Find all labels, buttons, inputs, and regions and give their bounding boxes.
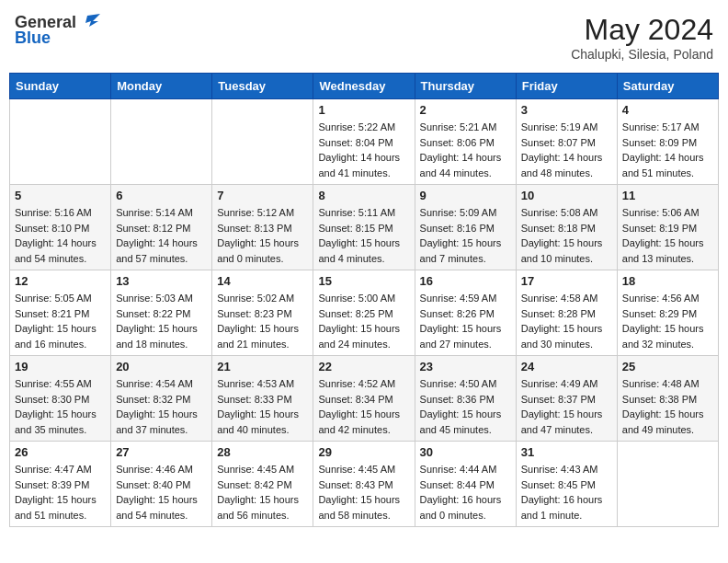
day-info: Sunrise: 4:49 AM Sunset: 8:37 PM Dayligh…: [521, 376, 612, 437]
calendar-cell: [617, 442, 718, 527]
calendar-cell: 4Sunrise: 5:17 AM Sunset: 8:09 PM Daylig…: [617, 99, 718, 185]
day-info: Sunrise: 5:06 AM Sunset: 8:19 PM Dayligh…: [622, 205, 713, 266]
day-number: 25: [622, 360, 713, 373]
calendar-cell: 27Sunrise: 4:46 AM Sunset: 8:40 PM Dayli…: [111, 442, 212, 527]
day-number: 28: [217, 445, 308, 459]
weekday-header-tuesday: Tuesday: [212, 74, 313, 99]
day-number: 27: [116, 445, 207, 459]
day-number: 14: [217, 274, 308, 288]
day-number: 24: [521, 360, 612, 373]
weekday-header-sunday: Sunday: [10, 74, 111, 99]
calendar-cell: 13Sunrise: 5:03 AM Sunset: 8:22 PM Dayli…: [111, 270, 212, 356]
day-info: Sunrise: 4:59 AM Sunset: 8:26 PM Dayligh…: [420, 291, 511, 351]
weekday-header-friday: Friday: [516, 74, 617, 99]
day-number: 26: [15, 445, 106, 459]
calendar-cell: 12Sunrise: 5:05 AM Sunset: 8:21 PM Dayli…: [10, 270, 111, 356]
calendar-cell: 3Sunrise: 5:19 AM Sunset: 8:07 PM Daylig…: [516, 99, 617, 185]
day-info: Sunrise: 5:11 AM Sunset: 8:15 PM Dayligh…: [318, 205, 409, 266]
day-info: Sunrise: 5:21 AM Sunset: 8:06 PM Dayligh…: [420, 120, 511, 180]
calendar-cell: 18Sunrise: 4:56 AM Sunset: 8:29 PM Dayli…: [617, 270, 718, 356]
day-number: 18: [622, 274, 713, 288]
calendar-cell: 29Sunrise: 4:45 AM Sunset: 8:43 PM Dayli…: [313, 442, 415, 527]
calendar-cell: 11Sunrise: 5:06 AM Sunset: 8:19 PM Dayli…: [617, 185, 718, 270]
day-number: 23: [420, 360, 511, 373]
day-number: 20: [116, 360, 207, 373]
calendar-cell: 15Sunrise: 5:00 AM Sunset: 8:25 PM Dayli…: [313, 270, 415, 356]
day-number: 30: [420, 445, 511, 459]
day-number: 22: [318, 360, 409, 373]
calendar-cell: 5Sunrise: 5:16 AM Sunset: 8:10 PM Daylig…: [10, 185, 111, 270]
logo: General Blue: [15, 13, 100, 48]
day-info: Sunrise: 4:58 AM Sunset: 8:28 PM Dayligh…: [521, 291, 612, 351]
day-info: Sunrise: 4:43 AM Sunset: 8:45 PM Dayligh…: [521, 462, 612, 523]
calendar-cell: [10, 99, 111, 185]
calendar-cell: 31Sunrise: 4:43 AM Sunset: 8:45 PM Dayli…: [516, 442, 617, 527]
calendar-cell: [212, 99, 313, 185]
day-number: 21: [217, 360, 308, 373]
day-info: Sunrise: 4:47 AM Sunset: 8:39 PM Dayligh…: [15, 462, 106, 523]
calendar-cell: 20Sunrise: 4:54 AM Sunset: 8:32 PM Dayli…: [111, 356, 212, 442]
day-info: Sunrise: 5:03 AM Sunset: 8:22 PM Dayligh…: [116, 291, 207, 351]
weekday-header-monday: Monday: [111, 74, 212, 99]
day-info: Sunrise: 5:16 AM Sunset: 8:10 PM Dayligh…: [15, 205, 106, 266]
calendar-cell: 25Sunrise: 4:48 AM Sunset: 8:38 PM Dayli…: [617, 356, 718, 442]
calendar-cell: 9Sunrise: 5:09 AM Sunset: 8:16 PM Daylig…: [415, 185, 516, 270]
day-info: Sunrise: 5:08 AM Sunset: 8:18 PM Dayligh…: [521, 205, 612, 266]
day-number: 8: [318, 189, 409, 202]
logo-blue-text: Blue: [15, 29, 51, 48]
day-info: Sunrise: 4:53 AM Sunset: 8:33 PM Dayligh…: [217, 376, 308, 437]
calendar-table: SundayMondayTuesdayWednesdayThursdayFrid…: [9, 73, 719, 527]
day-number: 6: [116, 189, 207, 202]
day-number: 12: [15, 274, 106, 288]
day-number: 4: [622, 103, 713, 117]
day-number: 9: [420, 189, 511, 202]
calendar-cell: 19Sunrise: 4:55 AM Sunset: 8:30 PM Dayli…: [10, 356, 111, 442]
calendar-cell: 21Sunrise: 4:53 AM Sunset: 8:33 PM Dayli…: [212, 356, 313, 442]
calendar-cell: 1Sunrise: 5:22 AM Sunset: 8:04 PM Daylig…: [313, 99, 415, 185]
day-info: Sunrise: 4:46 AM Sunset: 8:40 PM Dayligh…: [116, 462, 207, 523]
calendar-week-row: 12Sunrise: 5:05 AM Sunset: 8:21 PM Dayli…: [10, 270, 719, 356]
day-info: Sunrise: 4:44 AM Sunset: 8:44 PM Dayligh…: [420, 462, 511, 523]
day-info: Sunrise: 5:19 AM Sunset: 8:07 PM Dayligh…: [521, 120, 612, 180]
day-info: Sunrise: 5:22 AM Sunset: 8:04 PM Dayligh…: [318, 120, 409, 180]
weekday-header-saturday: Saturday: [617, 74, 718, 99]
day-number: 16: [420, 274, 511, 288]
day-info: Sunrise: 5:12 AM Sunset: 8:13 PM Dayligh…: [217, 205, 308, 266]
calendar-cell: 24Sunrise: 4:49 AM Sunset: 8:37 PM Dayli…: [516, 356, 617, 442]
day-info: Sunrise: 4:45 AM Sunset: 8:42 PM Dayligh…: [217, 462, 308, 523]
day-info: Sunrise: 5:00 AM Sunset: 8:25 PM Dayligh…: [318, 291, 409, 351]
day-number: 2: [420, 103, 511, 117]
day-info: Sunrise: 5:09 AM Sunset: 8:16 PM Dayligh…: [420, 205, 511, 266]
day-number: 13: [116, 274, 207, 288]
day-number: 31: [521, 445, 612, 459]
calendar-week-row: 19Sunrise: 4:55 AM Sunset: 8:30 PM Dayli…: [10, 356, 719, 442]
calendar-cell: 7Sunrise: 5:12 AM Sunset: 8:13 PM Daylig…: [212, 185, 313, 270]
calendar-week-row: 1Sunrise: 5:22 AM Sunset: 8:04 PM Daylig…: [10, 99, 719, 185]
day-number: 5: [15, 189, 106, 202]
page-header: General Blue May 2024 Chalupki, Silesia,…: [9, 9, 719, 65]
weekday-header-row: SundayMondayTuesdayWednesdayThursdayFrid…: [10, 74, 719, 99]
calendar-cell: 17Sunrise: 4:58 AM Sunset: 8:28 PM Dayli…: [516, 270, 617, 356]
day-number: 7: [217, 189, 308, 202]
calendar-cell: 16Sunrise: 4:59 AM Sunset: 8:26 PM Dayli…: [415, 270, 516, 356]
calendar-cell: 8Sunrise: 5:11 AM Sunset: 8:15 PM Daylig…: [313, 185, 415, 270]
day-info: Sunrise: 4:50 AM Sunset: 8:36 PM Dayligh…: [420, 376, 511, 437]
calendar-cell: 22Sunrise: 4:52 AM Sunset: 8:34 PM Dayli…: [313, 356, 415, 442]
weekday-header-wednesday: Wednesday: [313, 74, 415, 99]
calendar-cell: 28Sunrise: 4:45 AM Sunset: 8:42 PM Dayli…: [212, 442, 313, 527]
day-info: Sunrise: 4:55 AM Sunset: 8:30 PM Dayligh…: [15, 376, 106, 437]
day-number: 11: [622, 189, 713, 202]
day-number: 10: [521, 189, 612, 202]
day-number: 29: [318, 445, 409, 459]
day-number: 1: [318, 103, 409, 117]
day-info: Sunrise: 4:48 AM Sunset: 8:38 PM Dayligh…: [622, 376, 713, 437]
calendar-cell: 10Sunrise: 5:08 AM Sunset: 8:18 PM Dayli…: [516, 185, 617, 270]
month-title: May 2024: [571, 13, 713, 47]
calendar-cell: [111, 99, 212, 185]
day-number: 3: [521, 103, 612, 117]
calendar-cell: 6Sunrise: 5:14 AM Sunset: 8:12 PM Daylig…: [111, 185, 212, 270]
day-info: Sunrise: 4:45 AM Sunset: 8:43 PM Dayligh…: [318, 462, 409, 523]
day-info: Sunrise: 5:05 AM Sunset: 8:21 PM Dayligh…: [15, 291, 106, 351]
calendar-week-row: 26Sunrise: 4:47 AM Sunset: 8:39 PM Dayli…: [10, 442, 719, 527]
day-number: 15: [318, 274, 409, 288]
